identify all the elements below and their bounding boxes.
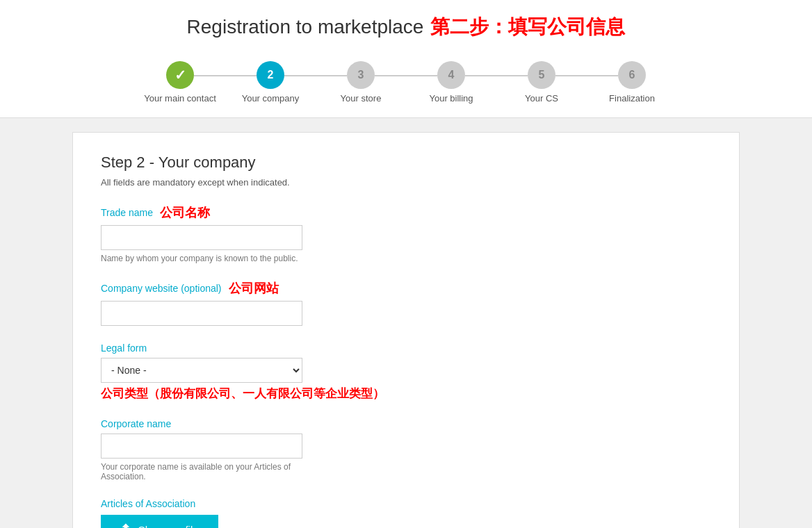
company-website-chinese: 公司网站 (229, 280, 279, 297)
company-website-label-row: Company website (optional) 公司网站 (101, 280, 711, 297)
step-2-number: 2 (268, 69, 274, 81)
company-website-input[interactable] (101, 301, 302, 326)
page-header: Registration to marketplace 第二步：填写公司信息 ✓… (0, 0, 812, 118)
step-4-label: Your billing (429, 93, 473, 104)
company-website-group: Company website (optional) 公司网站 (101, 280, 711, 326)
step-5-label: Your CS (525, 93, 558, 104)
trade-name-chinese: 公司名称 (160, 204, 210, 221)
upload-icon: ⬆ (120, 522, 131, 528)
step-5-circle: 5 (528, 61, 555, 89)
page-title: Registration to marketplace (187, 16, 424, 38)
articles-label: Articles of Association (101, 498, 711, 509)
corporate-name-hint: Your corporate name is available on your… (101, 462, 302, 481)
step-heading: Step 2 - Your company (101, 154, 711, 172)
step-2-label: Your company (242, 93, 300, 104)
corporate-name-input[interactable] (101, 434, 302, 459)
step-6-number: 6 (629, 69, 635, 81)
step-6-label: Finalization (609, 93, 655, 104)
step-5-number: 5 (539, 69, 545, 81)
trade-name-group: Trade name 公司名称 Name by whom your compan… (101, 204, 711, 263)
step-6-circle: 6 (618, 61, 646, 89)
step-3-label: Your store (341, 93, 382, 104)
legal-form-group: Legal form - None - 公司类型（股份有限公司、一人有限公司等企… (101, 343, 711, 402)
step-3-number: 3 (358, 69, 364, 81)
chinese-title-annotation: 第二步：填写公司信息 (430, 14, 625, 40)
choose-file-button[interactable]: ⬆ Choose a file (101, 515, 218, 528)
step-1-circle: ✓ (166, 61, 194, 89)
title-row: Registration to marketplace 第二步：填写公司信息 (0, 14, 812, 40)
main-content: Step 2 - Your company All fields are man… (72, 132, 740, 528)
step-6: 6 Finalization (587, 61, 677, 104)
step-4-circle: 4 (437, 61, 465, 89)
step-3: 3 Your store (316, 61, 406, 104)
trade-name-hint: Name by whom your company is known to th… (101, 254, 711, 263)
trade-name-label-row: Trade name 公司名称 (101, 204, 711, 221)
legal-form-chinese: 公司类型（股份有限公司、一人有限公司等企业类型） (101, 386, 384, 402)
step-3-circle: 3 (347, 61, 375, 89)
trade-name-label: Trade name (101, 207, 153, 218)
stepper: ✓ Your main contact 2 Your company 3 You… (0, 54, 812, 117)
legal-form-label: Legal form (101, 343, 711, 354)
articles-group: Articles of Association ⬆ Choose a file (101, 498, 711, 528)
company-website-label: Company website (optional) (101, 283, 222, 294)
step-5: 5 Your CS (496, 61, 587, 104)
step-1-checkmark: ✓ (174, 67, 186, 83)
legal-form-select[interactable]: - None - (101, 358, 302, 383)
step-1-label: Your main contact (144, 93, 216, 104)
choose-file-label: Choose a file (138, 524, 199, 529)
step-4: 4 Your billing (406, 61, 496, 104)
corporate-name-group: Corporate name Your corporate name is av… (101, 418, 711, 481)
step-2: 2 Your company (225, 61, 316, 104)
corporate-name-label: Corporate name (101, 418, 711, 429)
mandatory-note: All fields are mandatory except when ind… (101, 177, 711, 188)
trade-name-input[interactable] (101, 225, 302, 250)
step-2-circle: 2 (257, 61, 284, 89)
step-4-number: 4 (448, 69, 455, 81)
step-1: ✓ Your main contact (135, 61, 225, 104)
